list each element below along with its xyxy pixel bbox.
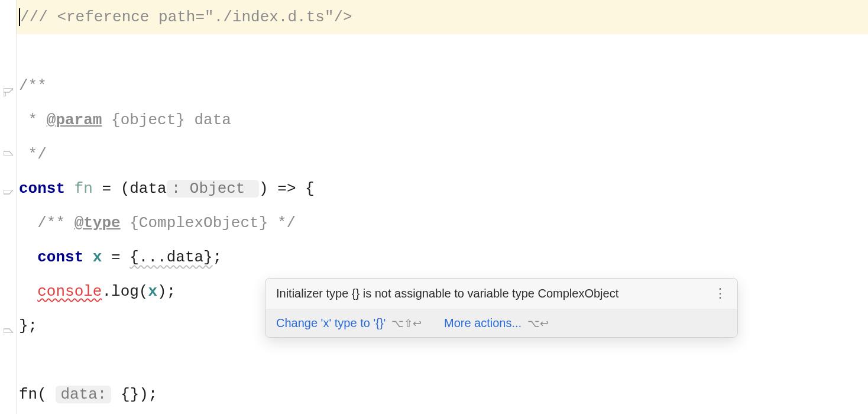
quickfix-action-label: Change 'x' type to '{}' [276, 316, 386, 329]
fold-toggle-fn-open[interactable] [0, 189, 16, 199]
code-line[interactable]: const fn = (data: Object ) => { [17, 172, 868, 206]
more-options-icon[interactable]: ⋮ [714, 291, 727, 296]
jsdoc-star: * [19, 111, 47, 129]
spread-expr: {...data} [129, 248, 212, 266]
param-hint: data: [56, 386, 111, 403]
jsdoc-type-value: {ComplexObject} */ [121, 214, 296, 232]
code-line[interactable] [17, 34, 868, 69]
code-editor[interactable]: /// <reference path="./index.d.ts"/> /**… [0, 0, 868, 414]
const-keyword: const [37, 248, 83, 266]
console-ref: console [37, 274, 102, 309]
fold-toggle-docblock-open[interactable] [0, 88, 16, 97]
jsdoc-inline-open: /** [19, 214, 75, 232]
type-hint: : Object [167, 180, 259, 198]
code-line[interactable] [17, 343, 868, 377]
shortcut-hint: ⌥↩ [527, 318, 549, 329]
fn-call: fn( [19, 386, 56, 403]
reference-comment: /// <reference path="./index.d.ts"/> [20, 8, 352, 26]
popup-message-row: Initializer type {} is not assignable to… [265, 279, 737, 309]
shortcut-hint: ⌥⇧↩ [391, 318, 422, 329]
const-keyword: const [19, 180, 65, 198]
error-message: Initializer type {} is not assignable to… [276, 287, 618, 300]
fn-close-brace: }; [19, 317, 37, 335]
code-line[interactable]: fn( data: {}); [17, 377, 868, 412]
gutter [0, 0, 17, 414]
quickfix-action-primary[interactable]: Change 'x' type to '{}' ⌥⇧↩ [276, 316, 422, 330]
fold-toggle-fn-close[interactable] [0, 324, 16, 334]
fold-toggle-docblock-close[interactable] [0, 147, 16, 156]
popup-actions-row: Change 'x' type to '{}' ⌥⇧↩ More actions… [265, 309, 737, 337]
code-line[interactable]: /** [17, 69, 868, 103]
fn-params: = (data [93, 180, 167, 198]
quickfix-more-actions[interactable]: More actions... ⌥↩ [444, 316, 549, 330]
jsdoc-param-type: {object} data [102, 111, 231, 129]
var-x-ref: x [148, 283, 157, 300]
code-line[interactable]: /** @type {ComplexObject} */ [17, 206, 868, 240]
code-line[interactable]: /// <reference path="./index.d.ts"/> [17, 0, 868, 34]
jsdoc-close: */ [19, 145, 47, 163]
var-x: x [83, 248, 102, 266]
more-actions-label: More actions... [444, 316, 522, 329]
jsdoc-type-tag: @type [75, 214, 121, 232]
jsdoc-open: /** [19, 77, 47, 95]
log-call: .log( [102, 283, 148, 300]
code-content[interactable]: /// <reference path="./index.d.ts"/> /**… [17, 0, 868, 414]
jsdoc-param-tag: @param [47, 111, 102, 129]
fn-arrow: ) => { [259, 180, 315, 198]
code-line[interactable]: * @param {object} data [17, 103, 868, 137]
quickfix-popup: Initializer type {} is not assignable to… [265, 278, 738, 338]
code-line[interactable]: const x = {...data}; [17, 240, 868, 274]
code-line[interactable]: */ [17, 137, 868, 172]
fn-name: fn [65, 180, 93, 198]
